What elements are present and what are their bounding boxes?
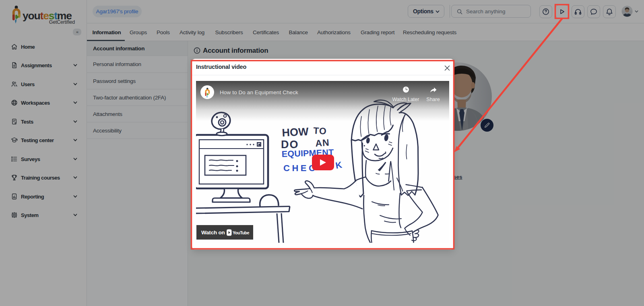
svg-text:YouTube: YouTube [233,230,249,235]
svg-text:HOW: HOW [282,126,309,139]
svg-text:TO: TO [313,125,327,136]
svg-text:K: K [335,160,343,171]
svg-text:AN: AN [315,137,330,149]
